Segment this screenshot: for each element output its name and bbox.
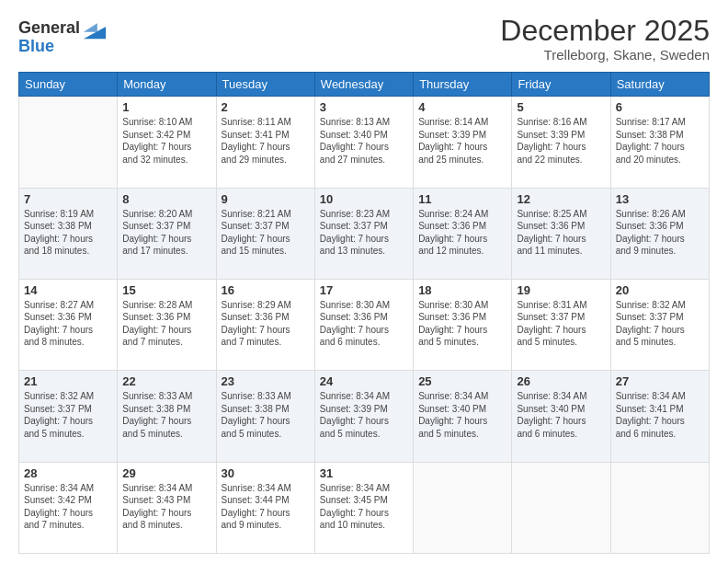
sunrise-text: Sunrise: 8:34 AM <box>418 391 488 401</box>
sunrise-text: Sunrise: 8:33 AM <box>122 391 192 401</box>
sunset-text: Sunset: 3:36 PM <box>418 312 486 322</box>
sunset-text: Sunset: 3:43 PM <box>122 495 190 505</box>
sunrise-text: Sunrise: 8:19 AM <box>24 209 94 219</box>
day-number: 6 <box>616 100 704 114</box>
day-number: 27 <box>616 374 704 388</box>
calendar-cell: 29Sunrise: 8:34 AMSunset: 3:43 PMDayligh… <box>118 462 216 553</box>
calendar-header-row: SundayMondayTuesdayWednesdayThursdayFrid… <box>19 73 710 97</box>
calendar-cell: 25Sunrise: 8:34 AMSunset: 3:40 PMDayligh… <box>414 371 512 462</box>
col-header-sunday: Sunday <box>19 73 118 97</box>
sunset-text: Sunset: 3:38 PM <box>122 404 190 414</box>
sunrise-text: Sunrise: 8:20 AM <box>122 209 192 219</box>
cell-details: Sunrise: 8:33 AMSunset: 3:38 PMDaylight:… <box>122 390 210 440</box>
cell-details: Sunrise: 8:34 AMSunset: 3:44 PMDaylight:… <box>222 482 310 532</box>
day-number: 26 <box>517 374 605 388</box>
daylight-text-cont: and 10 minutes. <box>320 520 385 530</box>
cell-details: Sunrise: 8:34 AMSunset: 3:43 PMDaylight:… <box>122 482 210 532</box>
sunrise-text: Sunrise: 8:31 AM <box>517 300 586 310</box>
daylight-text-cont: and 15 minutes. <box>222 246 287 256</box>
daylight-text-cont: and 7 minutes. <box>122 337 183 347</box>
day-number: 22 <box>122 374 210 388</box>
cell-details: Sunrise: 8:32 AMSunset: 3:37 PMDaylight:… <box>616 299 704 349</box>
calendar-week-row: 14Sunrise: 8:27 AMSunset: 3:36 PMDayligh… <box>19 279 710 370</box>
sunset-text: Sunset: 3:40 PM <box>418 404 486 414</box>
sunset-text: Sunset: 3:41 PM <box>616 404 684 414</box>
svg-marker-1 <box>84 23 97 31</box>
calendar-cell: 18Sunrise: 8:30 AMSunset: 3:36 PMDayligh… <box>414 279 512 370</box>
daylight-text: Daylight: 7 hours <box>122 416 191 426</box>
calendar-cell: 16Sunrise: 8:29 AMSunset: 3:36 PMDayligh… <box>216 279 314 370</box>
cell-details: Sunrise: 8:21 AMSunset: 3:37 PMDaylight:… <box>222 208 310 258</box>
day-number: 2 <box>222 100 310 114</box>
sunrise-text: Sunrise: 8:27 AM <box>24 300 94 310</box>
daylight-text: Daylight: 7 hours <box>616 142 685 152</box>
sunrise-text: Sunrise: 8:24 AM <box>418 209 488 219</box>
daylight-text-cont: and 5 minutes. <box>24 429 85 439</box>
day-number: 7 <box>24 192 112 206</box>
calendar-week-row: 21Sunrise: 8:32 AMSunset: 3:37 PMDayligh… <box>19 371 710 462</box>
sunrise-text: Sunrise: 8:34 AM <box>616 391 686 401</box>
location: Trelleborg, Skane, Sweden <box>500 47 710 63</box>
sunset-text: Sunset: 3:37 PM <box>517 312 585 322</box>
sunrise-text: Sunrise: 8:14 AM <box>418 117 488 127</box>
daylight-text-cont: and 32 minutes. <box>122 155 188 165</box>
day-number: 19 <box>517 283 605 297</box>
daylight-text: Daylight: 7 hours <box>320 234 389 244</box>
sunset-text: Sunset: 3:39 PM <box>418 130 486 140</box>
daylight-text: Daylight: 7 hours <box>24 508 93 518</box>
cell-details: Sunrise: 8:31 AMSunset: 3:37 PMDaylight:… <box>517 299 605 349</box>
cell-details: Sunrise: 8:25 AMSunset: 3:36 PMDaylight:… <box>517 208 605 258</box>
calendar-cell: 26Sunrise: 8:34 AMSunset: 3:40 PMDayligh… <box>512 371 610 462</box>
daylight-text-cont: and 6 minutes. <box>616 429 677 439</box>
cell-details: Sunrise: 8:27 AMSunset: 3:36 PMDaylight:… <box>24 299 112 349</box>
sunrise-text: Sunrise: 8:28 AM <box>122 300 192 310</box>
day-number: 16 <box>222 283 310 297</box>
daylight-text-cont: and 27 minutes. <box>320 155 385 165</box>
cell-details: Sunrise: 8:17 AMSunset: 3:38 PMDaylight:… <box>616 116 704 166</box>
cell-details: Sunrise: 8:34 AMSunset: 3:40 PMDaylight:… <box>418 390 506 440</box>
daylight-text: Daylight: 7 hours <box>616 416 685 426</box>
day-number: 20 <box>616 283 704 297</box>
cell-details: Sunrise: 8:28 AMSunset: 3:36 PMDaylight:… <box>122 299 210 349</box>
calendar-cell <box>19 97 118 188</box>
sunrise-text: Sunrise: 8:25 AM <box>517 209 586 219</box>
daylight-text-cont: and 17 minutes. <box>122 246 188 256</box>
col-header-monday: Monday <box>118 73 216 97</box>
sunrise-text: Sunrise: 8:33 AM <box>222 391 291 401</box>
sunset-text: Sunset: 3:41 PM <box>222 130 290 140</box>
sunset-text: Sunset: 3:36 PM <box>320 312 388 322</box>
month-title: December 2025 <box>500 15 710 47</box>
sunset-text: Sunset: 3:36 PM <box>24 312 92 322</box>
daylight-text-cont: and 22 minutes. <box>517 155 582 165</box>
sunset-text: Sunset: 3:38 PM <box>222 404 290 414</box>
daylight-text-cont: and 7 minutes. <box>222 337 282 347</box>
cell-details: Sunrise: 8:14 AMSunset: 3:39 PMDaylight:… <box>418 116 506 166</box>
calendar-cell: 19Sunrise: 8:31 AMSunset: 3:37 PMDayligh… <box>512 279 610 370</box>
cell-details: Sunrise: 8:33 AMSunset: 3:38 PMDaylight:… <box>222 390 310 440</box>
calendar-cell: 27Sunrise: 8:34 AMSunset: 3:41 PMDayligh… <box>610 371 709 462</box>
cell-details: Sunrise: 8:23 AMSunset: 3:37 PMDaylight:… <box>320 208 408 258</box>
cell-details: Sunrise: 8:24 AMSunset: 3:36 PMDaylight:… <box>418 208 506 258</box>
header: General Blue December 2025 Trelleborg, S… <box>18 15 710 63</box>
cell-details: Sunrise: 8:16 AMSunset: 3:39 PMDaylight:… <box>517 116 605 166</box>
sunset-text: Sunset: 3:37 PM <box>24 404 92 414</box>
daylight-text: Daylight: 7 hours <box>122 142 191 152</box>
daylight-text: Daylight: 7 hours <box>24 416 93 426</box>
sunset-text: Sunset: 3:44 PM <box>222 495 290 505</box>
calendar-cell <box>512 462 610 553</box>
sunset-text: Sunset: 3:37 PM <box>222 221 290 231</box>
sunrise-text: Sunrise: 8:32 AM <box>24 391 94 401</box>
daylight-text: Daylight: 7 hours <box>122 234 191 244</box>
calendar-cell: 14Sunrise: 8:27 AMSunset: 3:36 PMDayligh… <box>19 279 118 370</box>
sunset-text: Sunset: 3:36 PM <box>222 312 290 322</box>
sunrise-text: Sunrise: 8:26 AM <box>616 209 686 219</box>
daylight-text-cont: and 11 minutes. <box>517 246 582 256</box>
sunrise-text: Sunrise: 8:34 AM <box>122 483 192 493</box>
daylight-text: Daylight: 7 hours <box>418 142 487 152</box>
calendar-cell: 3Sunrise: 8:13 AMSunset: 3:40 PMDaylight… <box>314 97 413 188</box>
sunset-text: Sunset: 3:37 PM <box>616 312 684 322</box>
cell-details: Sunrise: 8:20 AMSunset: 3:37 PMDaylight:… <box>122 208 210 258</box>
sunrise-text: Sunrise: 8:11 AM <box>222 117 291 127</box>
daylight-text: Daylight: 7 hours <box>24 234 93 244</box>
col-header-friday: Friday <box>512 73 610 97</box>
